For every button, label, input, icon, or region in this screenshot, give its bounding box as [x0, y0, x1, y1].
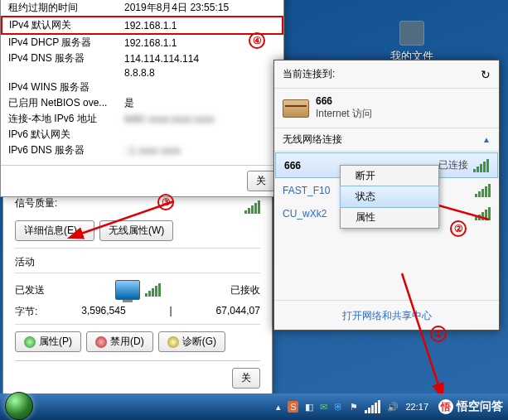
network-details-dialog: 获得租约的时间2019年8月4日 21:55:15租约过期的时间2019年8月4… — [0, 0, 284, 197]
bytes-sent-value: 3,596,545 — [81, 305, 125, 319]
disable-icon — [95, 336, 107, 348]
open-network-center-link[interactable]: 打开网络和共享中心 — [342, 310, 432, 321]
current-ssid: 666 — [316, 95, 372, 107]
wireless-props-button[interactable]: 无线属性(W) — [99, 220, 173, 241]
wukong-logo-icon: 悟 — [438, 399, 453, 414]
signal-bars-icon — [145, 283, 161, 297]
recv-label: 已接收 — [230, 283, 260, 297]
desktop-shortcut-myfiles[interactable]: 我的文件 — [390, 21, 433, 64]
bench-icon — [283, 99, 309, 118]
tray-shield-icon[interactable]: ⛨ — [334, 402, 343, 412]
table-row: IPv4 DHCP 服务器192.168.1.1 — [2, 34, 283, 51]
details-button[interactable]: 详细信息(E)... — [15, 220, 94, 241]
table-row: IPv4 WINS 服务器 — [2, 80, 283, 95]
properties-button[interactable]: 属性(P) — [15, 331, 81, 352]
tray-wifi-icon[interactable] — [365, 400, 380, 413]
diagnose-icon — [167, 336, 179, 348]
menu-properties[interactable]: 属性 — [341, 207, 438, 228]
signal-bars-icon — [475, 184, 491, 197]
wukong-watermark: 悟 悟空问答 — [438, 399, 503, 414]
signal-bars-icon — [473, 159, 489, 172]
details-table: 获得租约的时间2019年8月4日 21:55:15租约过期的时间2019年8月4… — [1, 0, 283, 158]
table-row: 连接-本地 IPv6 地址fe80::xxxx:xxxx:xxxx — [2, 111, 283, 127]
activity-section-label: 活动 — [15, 255, 260, 269]
menu-disconnect[interactable]: 断开 — [341, 166, 438, 186]
table-row: IPv4 DNS 服务器114.114.114.114 — [2, 51, 283, 66]
bytes-recv-value: 67,044,07 — [216, 305, 260, 319]
disable-button[interactable]: 禁用(D) — [86, 331, 153, 352]
start-button[interactable] — [5, 392, 33, 420]
bytes-label: 字节: — [15, 305, 37, 319]
menu-status[interactable]: 状态 — [340, 186, 439, 208]
wireless-category-header[interactable]: 无线网络连接 ▲ — [274, 128, 499, 152]
tray-app-icon[interactable]: ◧ — [305, 402, 313, 413]
diagnose-button[interactable]: 诊断(G) — [158, 331, 225, 352]
table-row: IPv6 默认网关 — [2, 127, 283, 142]
wifi-status-window: 信号质量: 详细信息(E)... 无线属性(W) 活动 已发送 已接收 字节: … — [2, 182, 273, 398]
shield-icon — [24, 336, 36, 348]
close-button[interactable]: 关 — [247, 171, 275, 191]
current-access: Internet 访问 — [316, 107, 372, 121]
folder-icon — [399, 21, 424, 46]
signal-quality-label: 信号质量: — [15, 196, 57, 210]
tray-volume-icon[interactable]: 🔊 — [387, 402, 399, 413]
close-button[interactable]: 关 — [232, 368, 260, 389]
table-row: 已启用 NetBIOS ove...是 — [2, 95, 283, 111]
flyout-header: 当前连接到: — [283, 67, 335, 81]
table-row: IPv4 默认网关192.168.1.1 — [2, 17, 283, 34]
refresh-icon[interactable]: ↻ — [481, 68, 491, 81]
tray-wechat-icon[interactable]: ✉ — [320, 402, 327, 413]
monitor-icon — [115, 280, 140, 300]
sent-label: 已发送 — [15, 283, 45, 297]
table-row: 租约过期的时间2019年8月4日 23:55:15 — [2, 0, 283, 17]
system-tray: ▴ S ◧ ✉ ⛨ ⚑ 🔊 22:17 悟 悟空问答 — [276, 399, 503, 414]
context-menu: 断开 状态 属性 — [340, 165, 439, 229]
tray-clock[interactable]: 22:17 — [405, 402, 428, 412]
tray-sogou-icon[interactable]: S — [288, 401, 298, 413]
network-flyout: 当前连接到: ↻ 666 Internet 访问 无线网络连接 ▲ 666已连接… — [273, 60, 500, 331]
taskbar: ▴ S ◧ ✉ ⛨ ⚑ 🔊 22:17 悟 悟空问答 — [0, 393, 508, 420]
table-row: IPv6 DNS 服务器::1 xxxx xxxx — [2, 142, 283, 158]
tray-chevron-icon[interactable]: ▴ — [276, 402, 281, 413]
chevron-up-icon: ▲ — [482, 135, 491, 144]
signal-bars-icon — [475, 207, 491, 220]
signal-bars-icon — [244, 196, 260, 214]
tray-flag-icon[interactable]: ⚑ — [350, 402, 358, 413]
table-row: 8.8.8.8 — [2, 66, 283, 80]
